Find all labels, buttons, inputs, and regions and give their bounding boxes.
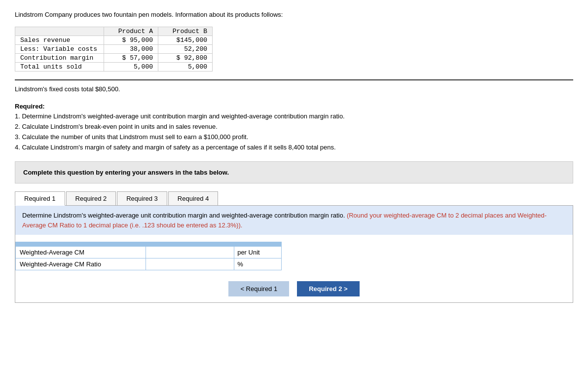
- fixed-costs-text: Lindstrom's fixed costs total $80,500.: [15, 85, 573, 93]
- answer-row-2-input-cell[interactable]: [146, 258, 234, 270]
- cell-value: $ 57,000: [104, 53, 158, 62]
- answer-table-wrapper: Weighted-Average CM per Unit Weighted-Av…: [15, 235, 573, 275]
- required-item-1: 1. Determine Lindstrom's weighted-averag…: [15, 111, 573, 122]
- nav-buttons: < Required 1 Required 2 >: [15, 275, 573, 302]
- answer-row-1-unit: per Unit: [234, 247, 282, 258]
- required-item-4: 4. Calculate Lindstrom's margin of safet…: [15, 143, 573, 153]
- table-row: Less: Variable costs 38,000 52,200: [15, 44, 213, 53]
- cell-value: 5,000: [104, 62, 158, 71]
- answer-row-1-label: Weighted-Average CM: [16, 247, 146, 258]
- row-label: Sales revenue: [15, 36, 104, 44]
- tab-content: Determine Lindstrom's weighted-average u…: [15, 206, 573, 303]
- answer-row-2-unit: %: [234, 258, 282, 270]
- col-header-b: Product B: [158, 27, 213, 36]
- required-section: Required: 1. Determine Lindstrom's weigh…: [15, 102, 573, 153]
- intro-text: Lindstrom Company produces two fountain …: [15, 10, 573, 20]
- instruction-plain: Determine Lindstrom's weighted-average u…: [22, 212, 345, 219]
- tab-required-1[interactable]: Required 1: [15, 191, 65, 206]
- answer-col-header-3: [234, 242, 282, 247]
- tabs-row: Required 1 Required 2 Required 3 Require…: [15, 191, 573, 206]
- complete-box: Complete this question by entering your …: [15, 161, 573, 184]
- table-row: Total units sold 5,000 5,000: [15, 62, 213, 71]
- answer-row-2-label: Weighted-Average CM Ratio: [16, 258, 146, 270]
- required-label: Required:: [15, 103, 45, 110]
- answer-row-2: Weighted-Average CM Ratio %: [16, 258, 282, 270]
- cell-value: 52,200: [158, 44, 213, 53]
- next-button[interactable]: Required 2 >: [297, 281, 359, 296]
- tab-required-3[interactable]: Required 3: [117, 191, 167, 205]
- answer-row-1: Weighted-Average CM per Unit: [16, 247, 282, 258]
- weighted-avg-cm-ratio-input[interactable]: [148, 260, 232, 268]
- row-label: Contribution margin: [15, 53, 104, 62]
- tab-required-2[interactable]: Required 2: [66, 191, 116, 205]
- row-label: Total units sold: [15, 62, 104, 71]
- tab-required-4[interactable]: Required 4: [168, 191, 219, 205]
- instruction-box: Determine Lindstrom's weighted-average u…: [15, 206, 573, 235]
- cell-value: $ 95,000: [104, 36, 158, 44]
- weighted-avg-cm-input[interactable]: [148, 249, 232, 256]
- answer-table: Weighted-Average CM per Unit Weighted-Av…: [15, 242, 282, 270]
- prev-button[interactable]: < Required 1: [228, 281, 289, 296]
- answer-col-header-2: [146, 242, 234, 247]
- table-row: Contribution margin $ 57,000 $ 92,800: [15, 53, 213, 62]
- cell-value: 38,000: [104, 44, 158, 53]
- answer-col-header-1: [16, 242, 146, 247]
- required-item-3: 3. Calculate the number of units that Li…: [15, 132, 573, 143]
- product-table: Product A Product B Sales revenue $ 95,0…: [15, 27, 213, 72]
- cell-value: $ 92,800: [158, 53, 213, 62]
- table-row: Sales revenue $ 95,000 $145,000: [15, 36, 213, 44]
- cell-value: $145,000: [158, 36, 213, 44]
- answer-row-1-input-cell[interactable]: [146, 247, 234, 258]
- row-label: Less: Variable costs: [15, 44, 104, 53]
- required-item-2: 2. Calculate Lindstrom's break-even poin…: [15, 122, 573, 132]
- cell-value: 5,000: [158, 62, 213, 71]
- col-header-a: Product A: [104, 27, 158, 36]
